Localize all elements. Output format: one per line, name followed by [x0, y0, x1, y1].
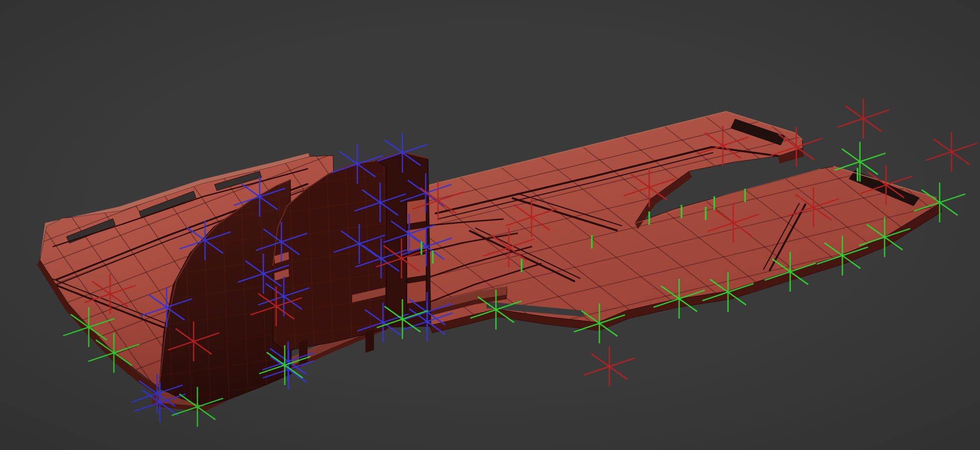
viewport-canvas[interactable]: [0, 0, 980, 450]
viewport-3d[interactable]: [0, 0, 980, 450]
viewport-vignette: [0, 0, 980, 450]
